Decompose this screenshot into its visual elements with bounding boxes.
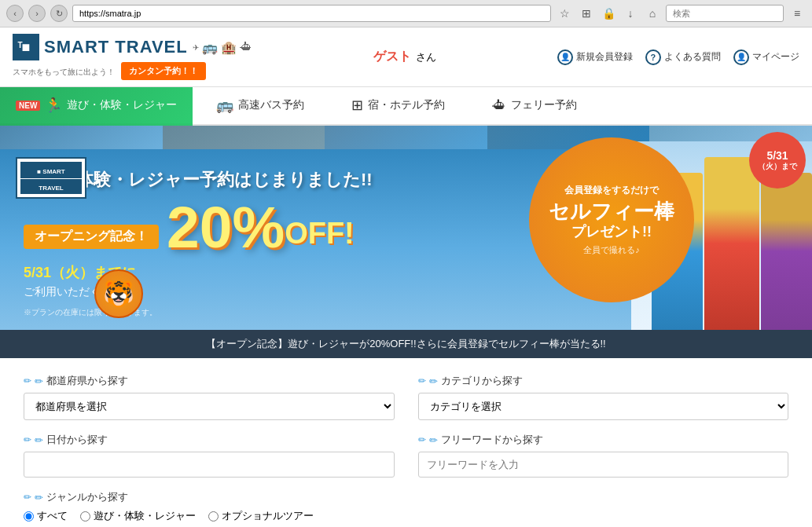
banner-off-text: OFF! (285, 217, 355, 257)
bookmark-icon[interactable]: ☆ (556, 5, 573, 22)
search-row-1: ✏ 都道府県から探す 都道府県を選択 ✏ カテゴリから探す カテゴリを選択 (24, 374, 788, 420)
prefecture-label: ✏ 都道府県から探す (24, 374, 395, 388)
bus-nav-icon: 🚌 (216, 97, 233, 114)
tiger-mascot: 🐯 (94, 269, 143, 318)
genre-option-all[interactable]: すべて (24, 509, 68, 523)
banner-area: ■ SMART TRAVEL 遊び・体験・レジャー予約はじまりました!! オープ… (0, 126, 812, 330)
genre-radio-optional[interactable] (208, 511, 219, 522)
browser-chrome: ‹ › ↻ ☆ ⊞ 🔒 ↓ ⌂ ≡ (0, 0, 812, 27)
reader-icon[interactable]: ⊞ (578, 5, 595, 22)
date-badge-top: 5/31 (766, 149, 788, 163)
ferry-icon: ⛴ (240, 40, 252, 54)
genre-radio-leisure[interactable] (80, 511, 90, 522)
genre-option-optional[interactable]: オプショナルツアー (208, 509, 314, 523)
person-2 (704, 157, 759, 330)
banner-opening-badge: オープニング記念！ (24, 225, 159, 249)
banner-percent: 20% (167, 198, 285, 257)
ticker-bar: 【オープン記念】遊び・レジャーが20%OFF!!さらに会員登録でセルフィー棒が当… (0, 330, 812, 358)
promo-sub: プレゼント!! (571, 222, 652, 241)
pencil-icon-1: ✏ (35, 375, 43, 387)
logo-top: ■T SMART TRAVEL ✈ 🚌 🏨 ⛴ (13, 34, 252, 60)
banner-date: 5/31（火）までに (24, 263, 505, 282)
date-input[interactable] (24, 452, 395, 478)
bus-icon: 🚌 (202, 40, 218, 55)
banner-logo-text: ■ SMART (37, 168, 65, 175)
date-badge: 5/31 （火）まで (749, 132, 806, 188)
logo-subtitle: スマホをもって旅に出よう！ (13, 67, 115, 78)
ticker-text: 【オープン記念】遊び・レジャーが20%OFF!!さらに会員登録でセルフィー棒が当… (206, 338, 605, 350)
pencil-icon-3: ✏ (35, 434, 43, 446)
date-search-col: ✏ 日付から探す (24, 433, 395, 478)
person-3 (761, 173, 812, 330)
banner-note: ※プランの在庫には限りがあります。 (24, 307, 505, 318)
faq-label: よくある質問 (664, 50, 721, 64)
category-search-col: ✏ カテゴリから探す カテゴリを選択 (418, 374, 789, 420)
tab-hotel[interactable]: ⊞ 宿・ホテル予約 (328, 87, 468, 126)
banner-main-text: 遊び・体験・レジャー予約はじまりました!! (24, 169, 505, 192)
freeword-label: ✏ フリーワードから探す (418, 433, 789, 447)
hotel-nav-icon: ⊞ (351, 97, 363, 114)
search-row-2: ✏ 日付から探す ✏ フリーワードから探す (24, 433, 788, 478)
pencil-icon-4: ✏ (429, 434, 438, 446)
faq-icon: ? (645, 49, 661, 65)
banner-right: 5/31 （火）まで 会員登録をするだけで セルフィー棒 プレゼント!! 全員で… (529, 126, 812, 330)
forward-button[interactable]: › (28, 5, 46, 22)
promo-header: 会員登録をするだけで (564, 184, 659, 197)
search-bar[interactable] (666, 5, 784, 22)
logo-box: ■T (13, 34, 39, 60)
flight-icon: ✈ (193, 43, 199, 52)
freeword-search-col: ✏ フリーワードから探す (418, 433, 789, 478)
nav-tabs: NEW 🏃 遊び・体験・レジャー 🚌 高速バス予約 ⊞ 宿・ホテル予約 ⛴ フェ… (0, 87, 812, 126)
refresh-button[interactable]: ↻ (50, 5, 68, 22)
quick-book-btn[interactable]: カンタン予約！！ (121, 62, 206, 80)
category-select[interactable]: カテゴリを選択 (418, 393, 789, 420)
register-label: 新規会員登録 (576, 50, 633, 64)
faq-link[interactable]: ? よくある質問 (645, 49, 721, 65)
promo-note: 全員で撮れる♪ (583, 244, 640, 256)
promo-circle: 会員登録をするだけで セルフィー棒 プレゼント!! 全員で撮れる♪ (529, 137, 694, 302)
logo-icons: ✈ 🚌 🏨 ⛴ (193, 40, 252, 55)
pencil-icon-2: ✏ (429, 375, 438, 387)
back-button[interactable]: ‹ (6, 5, 24, 22)
menu-icon[interactable]: ≡ (788, 5, 806, 22)
genre-options: すべて 遊び・体験・レジャー オプショナルツアー (24, 509, 788, 523)
search-area: ✏ 都道府県から探す 都道府県を選択 ✏ カテゴリから探す カテゴリを選択 ✏ … (0, 358, 812, 527)
tab-bus-label: 高速バス予約 (238, 98, 304, 112)
user-greeting: ゲスト さん (373, 49, 436, 65)
promo-main: セルフィー棒 (549, 200, 674, 223)
genre-search-row: ✏ ジャンルから探す すべて 遊び・体験・レジャー オプショナルツアー (24, 490, 788, 523)
url-bar[interactable] (72, 5, 551, 22)
tab-ferry[interactable]: ⛴ フェリー予約 (468, 87, 601, 126)
register-link[interactable]: 👤 新規会員登録 (557, 49, 633, 65)
category-label: ✏ カテゴリから探す (418, 374, 789, 388)
security-icon: 🔒 (600, 5, 617, 22)
banner-left: 遊び・体験・レジャー予約はじまりました!! オープニング記念！ 20% OFF!… (0, 126, 529, 330)
genre-option-leisure[interactable]: 遊び・体験・レジャー (80, 509, 196, 523)
site-header: ■T SMART TRAVEL ✈ 🚌 🏨 ⛴ スマホをもって旅に出よう！ カン… (0, 27, 812, 87)
logo-area: ■T SMART TRAVEL ✈ 🚌 🏨 ⛴ スマホをもって旅に出よう！ カン… (13, 34, 252, 80)
new-badge: NEW (16, 101, 40, 111)
tab-leisure[interactable]: NEW 🏃 遊び・体験・レジャー (0, 87, 193, 126)
download-icon[interactable]: ↓ (622, 5, 639, 22)
greeting-suffix: さん (416, 50, 436, 64)
prefecture-select[interactable]: 都道府県を選択 (24, 393, 395, 420)
tab-hotel-label: 宿・ホテル予約 (368, 98, 445, 112)
banner-logo-box: ■ SMART TRAVEL (16, 157, 86, 199)
home-icon[interactable]: ⌂ (644, 5, 661, 22)
tab-ferry-label: フェリー予約 (511, 98, 577, 112)
genre-label: ✏ ジャンルから探す (24, 490, 788, 504)
header-links: 👤 新規会員登録 ? よくある質問 👤 マイページ (557, 49, 799, 65)
hotel-icon: 🏨 (221, 40, 237, 55)
mypage-link[interactable]: 👤 マイページ (733, 49, 799, 65)
date-badge-bottom: （火）まで (758, 162, 797, 171)
freeword-input[interactable] (418, 452, 789, 478)
guest-label: ゲスト (373, 49, 411, 65)
pencil-icon-5: ✏ (35, 492, 43, 503)
date-label: ✏ 日付から探す (24, 433, 395, 447)
prefecture-search-col: ✏ 都道府県から探す 都道府県を選択 (24, 374, 395, 420)
site-name: SMART TRAVEL (44, 37, 188, 57)
tab-bus[interactable]: 🚌 高速バス予約 (193, 87, 328, 126)
genre-radio-all[interactable] (24, 511, 34, 522)
leisure-icon: 🏃 (45, 97, 62, 114)
tab-leisure-label: 遊び・体験・レジャー (67, 98, 177, 112)
